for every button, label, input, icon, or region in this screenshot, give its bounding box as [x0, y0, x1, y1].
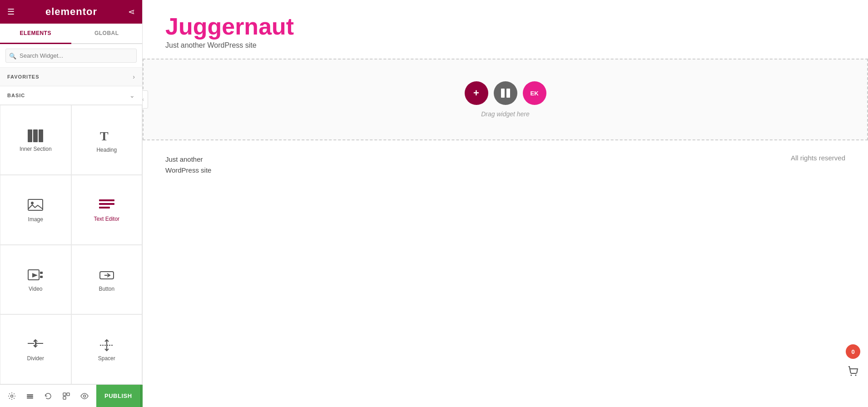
search-icon: 🔍 — [9, 52, 16, 59]
svg-point-5 — [31, 202, 34, 204]
svg-rect-7 — [99, 203, 114, 205]
toolbar-icons — [0, 388, 96, 404]
svg-point-32 — [84, 395, 86, 397]
widget-heading[interactable]: T Heading — [71, 105, 143, 175]
search-input[interactable] — [5, 49, 137, 63]
svg-rect-27 — [27, 396, 33, 397]
widget-divider[interactable]: Divider — [0, 314, 71, 384]
sidebar: ☰ elementor ⋖ ELEMENTS GLOBAL 🔍 FAVORITE… — [0, 0, 143, 407]
search-bar: 🔍 — [0, 44, 142, 68]
text-editor-icon — [99, 199, 114, 212]
widget-button[interactable]: Button — [71, 245, 143, 315]
svg-point-36 — [855, 375, 857, 376]
ek-button[interactable]: EK — [523, 81, 546, 105]
widget-video[interactable]: Video — [0, 245, 71, 315]
canvas-area: Juggernaut Just another WordPress site ‹… — [143, 0, 868, 407]
widget-spacer[interactable]: Spacer — [71, 314, 143, 384]
spacer-label: Spacer — [98, 355, 115, 362]
settings-button[interactable] — [4, 388, 20, 404]
footer-left-line2: WordPress site — [165, 165, 211, 176]
video-icon — [28, 268, 43, 282]
favorites-label: FAVORITES — [7, 74, 40, 79]
search-wrap: 🔍 — [5, 49, 137, 63]
text-editor-label: Text Editor — [94, 216, 119, 222]
elementor-logo: elementor — [45, 6, 97, 18]
widget-text-editor[interactable]: Text Editor — [71, 175, 143, 245]
svg-rect-0 — [28, 129, 32, 142]
svg-point-35 — [851, 375, 852, 376]
cart-badge[interactable]: 0 — [846, 344, 860, 359]
button-label: Button — [99, 286, 114, 292]
grid-icon[interactable]: ⋖ — [128, 7, 135, 17]
inner-section-icon — [28, 129, 43, 142]
svg-rect-4 — [28, 199, 43, 210]
svg-rect-6 — [99, 199, 114, 201]
layers-button[interactable] — [22, 388, 38, 404]
favorites-section[interactable]: FAVORITES › — [0, 68, 142, 86]
site-title: Juggernaut — [165, 14, 845, 40]
svg-rect-30 — [67, 393, 69, 396]
drag-widget-text: Drag widget here — [481, 110, 530, 118]
tab-elements[interactable]: ELEMENTS — [0, 24, 71, 44]
basic-label: BASIC — [7, 93, 25, 98]
svg-point-25 — [11, 395, 13, 397]
widget-image[interactable]: Image — [0, 175, 71, 245]
svg-rect-2 — [39, 129, 43, 142]
cart-icon[interactable] — [844, 362, 862, 380]
image-label: Image — [28, 216, 43, 223]
tabs-bar: ELEMENTS GLOBAL — [0, 24, 142, 44]
image-icon — [28, 199, 43, 213]
divider-label: Divider — [27, 355, 44, 362]
svg-rect-1 — [33, 129, 38, 142]
heading-icon: T — [99, 129, 114, 143]
site-header: Juggernaut Just another WordPress site — [143, 0, 868, 59]
footer-left-line1: Just another — [165, 154, 211, 165]
site-footer: Just another WordPress site All rights r… — [143, 140, 868, 189]
spacer-icon — [99, 339, 114, 352]
cart-area: 0 — [844, 344, 862, 380]
svg-rect-29 — [63, 393, 66, 396]
widgets-grid: Inner Section T Heading Image — [0, 105, 142, 384]
svg-rect-11 — [40, 272, 43, 274]
svg-rect-33 — [501, 89, 505, 98]
basic-section[interactable]: BASIC ⌄ — [0, 86, 142, 105]
heading-label: Heading — [96, 147, 117, 153]
chevron-right-icon: › — [133, 73, 135, 80]
drop-zone: ‹ + EK Drag widget here — [143, 59, 868, 140]
preview-button[interactable] — [76, 388, 93, 404]
hamburger-icon[interactable]: ☰ — [7, 7, 15, 17]
collapse-handle[interactable]: ‹ — [143, 90, 148, 109]
chevron-down-icon: ⌄ — [129, 92, 135, 99]
footer-left: Just another WordPress site — [165, 154, 211, 176]
button-icon — [99, 268, 114, 282]
add-element-button[interactable]: + — [465, 81, 488, 105]
main-content: Juggernaut Just another WordPress site ‹… — [143, 0, 868, 407]
site-tagline: Just another WordPress site — [165, 41, 845, 50]
drop-zone-actions: + EK — [465, 81, 546, 105]
svg-rect-8 — [99, 207, 110, 208]
svg-rect-28 — [27, 397, 33, 399]
sidebar-header: ☰ elementor ⋖ — [0, 0, 142, 24]
svg-rect-34 — [506, 89, 510, 98]
bottom-toolbar: PUBLISH ▼ — [0, 384, 142, 407]
widget-inner-section[interactable]: Inner Section — [0, 105, 71, 175]
navigator-button[interactable] — [58, 388, 74, 404]
layout-button[interactable] — [494, 81, 517, 105]
svg-marker-10 — [32, 273, 38, 278]
svg-rect-12 — [40, 276, 43, 278]
inner-section-label: Inner Section — [20, 146, 52, 152]
tab-global[interactable]: GLOBAL — [71, 24, 143, 43]
footer-right: All rights reserved — [791, 154, 845, 162]
svg-text:T: T — [100, 129, 109, 143]
publish-button[interactable]: PUBLISH — [96, 385, 140, 407]
svg-rect-31 — [63, 397, 66, 399]
video-label: Video — [29, 286, 42, 292]
history-button[interactable] — [40, 388, 56, 404]
divider-icon — [28, 339, 43, 352]
svg-rect-26 — [27, 394, 33, 396]
